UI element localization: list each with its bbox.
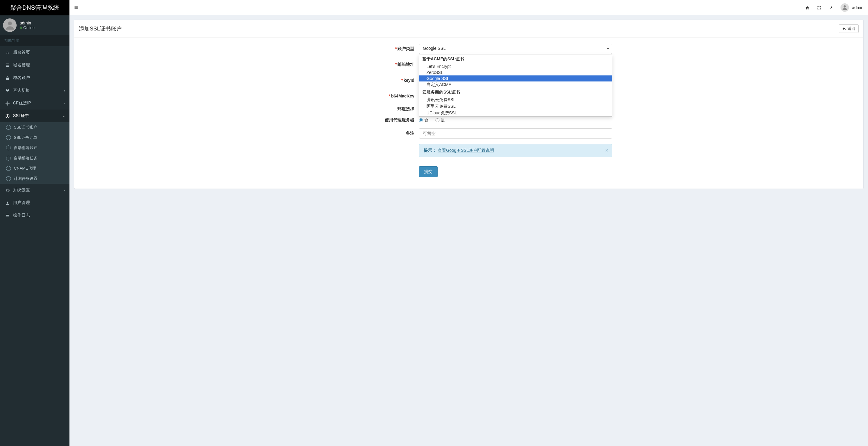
cogs-icon [4, 188, 10, 193]
sidebar-user-name: admin [20, 21, 35, 25]
option-tencent-ssl[interactable]: 腾讯云免费SSL [419, 97, 612, 103]
chevron-left-icon: ‹ [64, 188, 65, 192]
svg-point-4 [843, 5, 846, 7]
nav-user-menu[interactable]: admin [840, 3, 864, 12]
option-google-ssl[interactable]: Google SSL [419, 75, 612, 81]
sidebar-sub-deploy-account[interactable]: 自动部署账户 [0, 143, 69, 153]
globe-icon [4, 101, 10, 106]
sidebar-item-ssl[interactable]: SSL证书⌄ [0, 109, 69, 122]
remark-input[interactable] [419, 128, 612, 138]
sidebar-sub-ssl-account[interactable]: SSL证书账户 [0, 122, 69, 133]
wrench-icon [829, 6, 833, 10]
home-icon [805, 6, 809, 10]
sidebar-user-status: Online [20, 25, 35, 30]
label-email: *邮箱地址 [325, 62, 419, 67]
circle-icon [6, 145, 11, 150]
form-box: 添加SSL证书账户 返回 *账户类型 Google SSL [74, 20, 864, 189]
sidebar-item-home[interactable]: ⌂后台首页 [0, 46, 69, 59]
bars-icon [74, 5, 78, 10]
option-zerossl[interactable]: ZeroSSL [419, 69, 612, 75]
avatar [3, 19, 17, 32]
sidebar-section-header: 功能导航 [0, 35, 69, 46]
alert-close-button[interactable]: × [605, 147, 608, 153]
radio-proxy-yes[interactable]: 是 [435, 117, 445, 122]
sidebar-item-domain-manage[interactable]: ☰域名管理 [0, 59, 69, 71]
sidebar-toggle-button[interactable] [74, 5, 78, 10]
status-dot-icon [20, 27, 22, 29]
radio-proxy-no[interactable]: 否 [419, 117, 428, 122]
sidebar-sub-deploy-task[interactable]: 自动部署任务 [0, 153, 69, 163]
circle-icon [6, 166, 11, 171]
home-icon: ⌂ [4, 50, 10, 55]
chevron-left-icon: ‹ [64, 102, 65, 105]
sidebar: 聚合DNS管理系统 admin Online 功能导航 ⌂后台首页 ☰域名管理 … [0, 0, 69, 446]
submit-button[interactable]: 提交 [419, 166, 438, 177]
label-proxy: 使用代理服务器 [325, 117, 419, 123]
lock-icon [4, 75, 10, 80]
page-title: 添加SSL证书账户 [79, 25, 122, 32]
user-panel: admin Online [0, 15, 69, 35]
nav-wrench-button[interactable] [829, 5, 833, 10]
label-keyid: *keyId [325, 78, 419, 83]
user-icon [4, 200, 10, 205]
optgroup-label: 基于ACME的SSL证书 [419, 55, 612, 63]
option-aliyun-ssl[interactable]: 阿里云免费SSL [419, 103, 612, 110]
list-icon: ☰ [4, 63, 10, 68]
tip-alert: 提示： 查看Google SSL账户配置说明 × [419, 144, 612, 157]
sidebar-item-cf-ip[interactable]: CF优选IP‹ [0, 97, 69, 109]
optgroup-label: 云服务商的SSL证书 [419, 88, 612, 97]
sidebar-item-settings[interactable]: 系统设置‹ [0, 184, 69, 197]
circle-icon [6, 176, 11, 181]
nav-home-button[interactable] [805, 5, 809, 10]
option-lets-encrypt[interactable]: Let's Encrypt [419, 63, 612, 69]
radio-proxy-yes-input[interactable] [435, 118, 439, 122]
circle-icon [6, 135, 11, 140]
option-custom-acme[interactable]: 自定义ACME [419, 81, 612, 88]
sidebar-sub-cron[interactable]: 计划任务设置 [0, 173, 69, 184]
app-logo[interactable]: 聚合DNS管理系统 [0, 0, 69, 15]
sidebar-sub-cname-proxy[interactable]: CNAME代理 [0, 163, 69, 173]
sidebar-item-failover[interactable]: ❤容灾切换‹ [0, 84, 69, 97]
sidebar-item-logs[interactable]: ☰操作日志 [0, 209, 69, 222]
sidebar-item-users[interactable]: 用户管理 [0, 197, 69, 209]
top-navbar: admin [69, 0, 868, 15]
heartbeat-icon: ❤ [4, 88, 10, 93]
label-env: 环境选择 [325, 106, 419, 112]
circle-icon [6, 156, 11, 161]
sidebar-sub-ssl-order[interactable]: SSL证书订单 [0, 133, 69, 143]
chevron-down-icon: ⌄ [63, 114, 65, 118]
account-type-dropdown: 基于ACME的SSL证书 Let's Encrypt ZeroSSL Googl… [419, 55, 612, 117]
tip-link[interactable]: 查看Google SSL账户配置说明 [438, 148, 494, 153]
expand-icon [817, 6, 821, 10]
circle-icon [6, 125, 11, 130]
label-mackey: *b64MacKey [325, 94, 419, 98]
svg-point-3 [7, 202, 8, 203]
account-type-select[interactable]: Google SSL [419, 44, 612, 54]
sidebar-item-domain-account[interactable]: 域名账户 [0, 71, 69, 84]
chevron-left-icon: ‹ [64, 89, 65, 92]
ssl-icon [4, 113, 10, 118]
option-ucloud-ssl[interactable]: UCloud免费SSL [419, 110, 612, 116]
nav-fullscreen-button[interactable] [817, 5, 821, 10]
label-remark: 备注 [325, 131, 419, 136]
reply-icon [842, 27, 846, 31]
svg-point-0 [8, 22, 12, 25]
nav-user-name: admin [852, 5, 864, 10]
avatar [840, 3, 849, 12]
log-icon: ☰ [4, 213, 10, 218]
back-button[interactable]: 返回 [839, 25, 859, 33]
radio-proxy-no-input[interactable] [419, 118, 423, 122]
tip-label: 提示： [424, 148, 436, 153]
label-account-type: *账户类型 [325, 46, 419, 52]
